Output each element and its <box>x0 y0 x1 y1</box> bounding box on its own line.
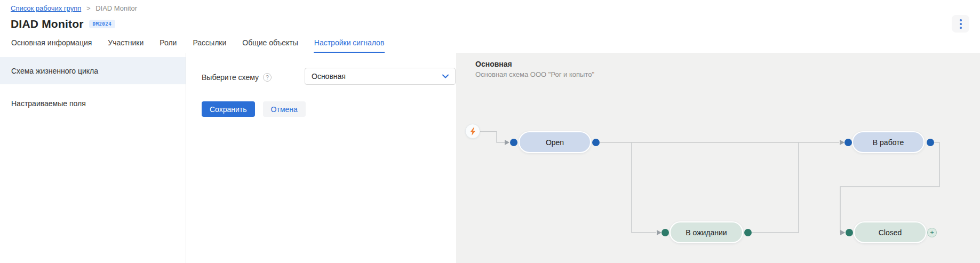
arrowhead-icon <box>505 140 509 145</box>
title-row: DIAD Monitor DM2024 <box>11 18 115 30</box>
edge-waiting-to-in-progress <box>752 142 799 233</box>
settings-sidebar: Схема жизненного цикла Настраиваемые пол… <box>0 53 186 263</box>
lightning-bolt-icon <box>470 127 476 136</box>
connector-dot-open-in <box>510 139 517 146</box>
state-node-waiting[interactable]: В ожидании <box>670 221 743 243</box>
breadcrumb-current: DIAD Monitor <box>95 4 137 12</box>
tab-main-info[interactable]: Основная информация <box>11 35 92 53</box>
connector-dot-closed-in <box>846 229 853 236</box>
tab-bar: Основная информация Участники Роли Рассы… <box>11 35 385 53</box>
page-title: DIAD Monitor <box>11 18 84 30</box>
question-circle-icon[interactable]: ? <box>263 73 272 82</box>
state-node-open[interactable]: Open <box>519 131 591 153</box>
connector-dot-open-out <box>592 139 600 146</box>
breadcrumb: Список рабочих групп > DIAD Monitor <box>11 4 137 12</box>
arrowhead-icon <box>840 230 845 235</box>
breadcrumb-separator: > <box>86 4 91 12</box>
connector-dot-waiting-out <box>744 229 752 236</box>
tab-roles[interactable]: Роли <box>159 35 177 53</box>
edge-open-to-waiting <box>632 142 656 233</box>
form-buttons: Сохранить Отмена <box>202 101 306 117</box>
edge-start-to-open <box>480 132 505 143</box>
edge-in-progress-to-closed <box>840 142 939 233</box>
start-trigger <box>465 124 480 139</box>
more-actions-button[interactable] <box>952 15 969 33</box>
sidebar-item-lifecycle-scheme[interactable]: Схема жизненного цикла <box>0 57 186 84</box>
tab-members[interactable]: Участники <box>107 35 144 53</box>
kebab-menu-icon <box>960 27 962 29</box>
scheme-select-label: Выберите схему <box>202 73 259 82</box>
cancel-button[interactable]: Отмена <box>263 101 306 117</box>
chevron-down-icon <box>442 74 449 78</box>
arrowhead-icon <box>840 140 844 145</box>
content-area: Схема жизненного цикла Настраиваемые пол… <box>0 53 980 263</box>
scheme-select-value: Основная <box>312 72 346 81</box>
sidebar-item-custom-fields[interactable]: Настраиваемые поля <box>0 90 186 117</box>
connector-dot-in-progress-in <box>844 139 852 146</box>
scheme-select-row: Выберите схему ? Основная <box>202 73 272 82</box>
connector-dot-waiting-in <box>662 229 669 236</box>
breadcrumb-link-workgroup-list[interactable]: Список рабочих групп <box>11 4 81 12</box>
tab-shared-objects[interactable]: Общие объекты <box>242 35 299 53</box>
kebab-menu-icon <box>960 23 962 25</box>
lifecycle-scheme-panel: Основная Основная схема ООО "Рог и копыт… <box>456 53 980 263</box>
workgroup-code-badge: DM2024 <box>89 20 116 28</box>
state-node-closed[interactable]: Closed <box>854 221 927 243</box>
save-button[interactable]: Сохранить <box>202 101 255 117</box>
scheme-select[interactable]: Основная <box>305 68 456 85</box>
scheme-form-panel: Выберите схему ? Основная Сохранить Отме… <box>187 53 456 263</box>
tab-mailings[interactable]: Рассылки <box>192 35 227 53</box>
state-node-in-progress[interactable]: В работе <box>852 131 925 153</box>
add-transition-button[interactable]: + <box>927 228 937 237</box>
connector-dot-in-progress-out <box>927 139 934 146</box>
kebab-menu-icon <box>960 19 962 21</box>
tab-signal-settings[interactable]: Настройки сигналов <box>314 35 385 53</box>
arrowhead-icon <box>657 230 662 235</box>
